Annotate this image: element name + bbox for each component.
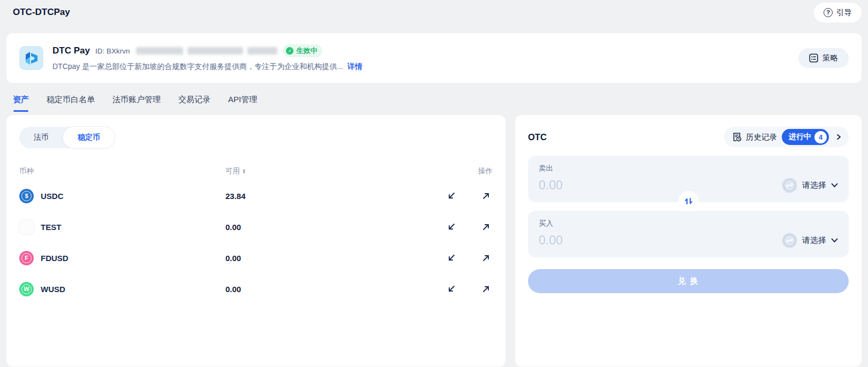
dtcpay-logo-icon (19, 46, 43, 70)
withdraw-button[interactable] (480, 220, 493, 233)
usdc-coin-icon: $ (19, 189, 34, 203)
buy-label: 买入 (539, 219, 838, 228)
deposit-button[interactable] (445, 251, 458, 264)
available-value: 0.00 (225, 254, 412, 263)
wusd-glyph: W (21, 284, 32, 294)
tab-stablecoin-whitelist[interactable]: 稳定币白名单 (47, 89, 95, 112)
arrow-up-right-icon (481, 253, 492, 263)
assets-table: 币种 可用 ▲ ▼ 操作 $ USDC 23.84 (19, 162, 493, 304)
arrow-down-left-icon (446, 284, 457, 294)
withdraw-button[interactable] (480, 282, 493, 295)
token-placeholder-icon (782, 233, 797, 248)
dtcpay-logo-glyph (25, 51, 39, 66)
table-header-row: 币种 可用 ▲ ▼ 操作 (19, 162, 493, 180)
history-group: 历史记录 进行中 4 (724, 127, 849, 147)
guide-label: 引导 (836, 7, 852, 18)
list-square-icon (809, 53, 818, 63)
available-value: 0.00 (225, 285, 412, 294)
table-row: $ USDC 23.84 (19, 180, 493, 211)
deposit-button[interactable] (445, 189, 458, 202)
otc-title: OTC (528, 132, 547, 142)
chevron-down-icon (831, 238, 838, 243)
available-value: 0.00 (225, 223, 412, 232)
coin-symbol: FDUSD (41, 254, 69, 263)
withdraw-button[interactable] (480, 189, 493, 202)
sell-label: 卖出 (539, 164, 838, 173)
tab-assets[interactable]: 资产 (13, 89, 29, 112)
in-progress-button[interactable]: 进行中 4 (782, 129, 829, 145)
header-actions: 操作 (412, 166, 493, 176)
coin-symbol: WUSD (41, 285, 65, 294)
arrow-down-left-icon (446, 253, 457, 263)
main-content: 法币 稳定币 币种 可用 ▲ ▼ 操作 $ (6, 115, 862, 366)
page-title: OTC-DTCPay (13, 7, 70, 18)
strategy-button[interactable]: 策略 (798, 48, 849, 68)
tab-transaction-records[interactable]: 交易记录 (178, 89, 210, 112)
arrow-up-right-icon (481, 221, 492, 232)
buy-amount-input[interactable] (539, 233, 662, 248)
otc-card: OTC 历史记录 进行中 4 (515, 115, 862, 366)
sort-icon[interactable]: ▲ ▼ (242, 169, 246, 174)
tab-bar: 资产 稳定币白名单 法币账户管理 交易记录 API管理 (0, 89, 868, 112)
header-currency: 币种 (19, 166, 225, 176)
history-label: 历史记录 (746, 132, 777, 142)
merchant-id-redacted (136, 47, 277, 55)
fdusd-coin-icon: F (19, 251, 34, 265)
buy-box: 买入 请选择 (528, 211, 849, 257)
guide-button[interactable]: ? 引导 (814, 3, 862, 22)
toggle-stablecoin[interactable]: 稳定币 (63, 127, 115, 148)
table-row: TEST 0.00 (19, 211, 493, 242)
swap-direction-button[interactable] (678, 191, 699, 211)
assets-card: 法币 稳定币 币种 可用 ▲ ▼ 操作 $ (6, 115, 505, 366)
tab-api-management[interactable]: API管理 (228, 89, 257, 112)
currency-type-toggle: 法币 稳定币 (19, 127, 115, 148)
history-document-icon (732, 132, 742, 142)
tab-fiat-account-management[interactable]: 法币账户管理 (112, 89, 161, 112)
test-coin-icon (19, 220, 34, 234)
coin-symbol: USDC (41, 192, 64, 201)
merchant-description: DTCpay 是一家总部位于新加坡的合规数字支付服务提供商，专注于为企业和机构提… (52, 62, 798, 72)
topbar: OTC-DTCPay ? 引导 (0, 0, 868, 25)
sort-desc-icon: ▼ (242, 171, 246, 174)
chevron-down-icon (831, 183, 838, 188)
in-progress-label: 进行中 (789, 132, 811, 142)
chevron-right-icon[interactable] (834, 134, 843, 140)
available-value: 23.84 (225, 192, 412, 201)
status-label: 生效中 (296, 46, 317, 56)
buy-token-select[interactable]: 请选择 (782, 233, 838, 248)
sell-amount-input[interactable] (539, 178, 662, 193)
table-row: W WUSD 0.00 (19, 273, 493, 304)
arrow-down-left-icon (446, 190, 457, 201)
wusd-coin-icon: W (19, 282, 34, 296)
sell-select-label: 请选择 (802, 180, 826, 190)
deposit-button[interactable] (445, 220, 458, 233)
coin-symbol: TEST (41, 223, 61, 232)
deposit-button[interactable] (445, 282, 458, 295)
buy-select-label: 请选择 (802, 235, 826, 246)
toggle-fiat[interactable]: 法币 (19, 127, 63, 148)
arrow-down-left-icon (446, 221, 457, 232)
swap-arrows-icon (684, 196, 693, 206)
merchant-name: DTC Pay (52, 45, 90, 56)
token-placeholder-icon (782, 178, 797, 193)
sell-token-select[interactable]: 请选择 (782, 178, 838, 193)
arrow-up-right-icon (481, 284, 492, 294)
question-circle-icon: ? (824, 8, 833, 17)
exchange-button[interactable]: 兑 换 (528, 269, 849, 293)
strategy-label: 策略 (822, 53, 838, 63)
merchant-id: ID: BXkrvn (95, 47, 130, 55)
details-link[interactable]: 详情 (348, 62, 363, 71)
history-button[interactable]: 历史记录 (732, 132, 777, 142)
in-progress-count: 4 (814, 131, 827, 143)
merchant-header-card: DTC Pay ID: BXkrvn ✓ 生效中 DTCpay 是一家总部位于新… (6, 33, 862, 83)
description-text: DTCpay 是一家总部位于新加坡的合规数字支付服务提供商，专注于为企业和机构提… (52, 62, 343, 71)
header-available: 可用 (225, 166, 240, 176)
status-badge: ✓ 生效中 (283, 44, 322, 57)
usdc-glyph: $ (21, 191, 32, 201)
arrow-up-right-icon (481, 190, 492, 201)
fdusd-glyph: F (21, 253, 32, 263)
merchant-info: DTC Pay ID: BXkrvn ✓ 生效中 DTCpay 是一家总部位于新… (52, 44, 798, 72)
check-circle-icon: ✓ (286, 47, 293, 55)
table-row: F FDUSD 0.00 (19, 242, 493, 273)
withdraw-button[interactable] (480, 251, 493, 264)
